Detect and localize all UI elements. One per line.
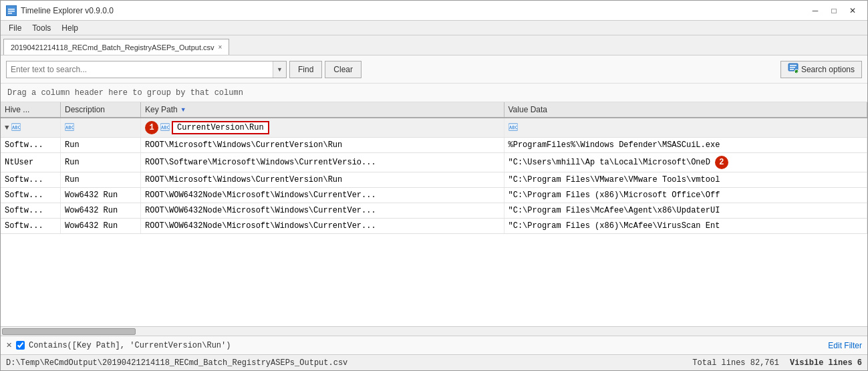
search-options-button[interactable]: ✓ Search options	[780, 61, 862, 78]
table-row[interactable]: Softw... Run ROOT\Microsoft\Windows\Curr…	[1, 138, 867, 153]
status-bar: D:\Temp\ReCmdOutput\20190421214118_RECmd…	[1, 354, 867, 370]
svg-text:ABC: ABC	[12, 125, 21, 130]
filter-indicator: ▼	[5, 124, 9, 132]
tab-bar: 20190421214118_RECmd_Batch_RegistryASEPs…	[1, 35, 867, 55]
tab-close-button[interactable]: ×	[219, 43, 223, 51]
table-body: Softw... Run ROOT\Microsoft\Windows\Curr…	[1, 138, 867, 326]
filter-expression: Contains([Key Path], 'CurrentVersion\Run…	[29, 341, 231, 350]
cell-desc-2: Run	[61, 172, 141, 187]
cell-hive-5: Softw...	[1, 219, 61, 233]
cell-keypath-1: ROOT\Software\Microsoft\Windows\CurrentV…	[141, 153, 504, 172]
window-controls: ─ □ ✕	[806, 4, 862, 17]
search-input[interactable]	[7, 64, 273, 76]
filter-cell-desc: ABC	[61, 118, 141, 137]
col-header-valuedata[interactable]: Value Data	[504, 102, 868, 117]
badge-1: 1	[145, 121, 158, 134]
data-table: Hive ... Description Key Path ▼ Value Da…	[1, 102, 867, 326]
cell-value-4: "C:\Program Files\McAfee\Agent\x86\Updat…	[504, 203, 868, 218]
col-header-keypath[interactable]: Key Path ▼	[141, 102, 504, 117]
close-button[interactable]: ✕	[843, 4, 862, 17]
clear-button[interactable]: Clear	[325, 61, 361, 78]
cell-desc-5: Wow6432 Run	[61, 219, 141, 233]
hive-filter-icon: ABC	[11, 123, 21, 133]
cell-hive-4: Softw...	[1, 203, 61, 218]
cell-value-5: "C:\Program Files (x86)\McAfee\VirusScan…	[504, 219, 868, 233]
cell-hive-1: NtUser	[1, 153, 61, 172]
cell-desc-0: Run	[61, 138, 141, 152]
maximize-button[interactable]: □	[825, 4, 843, 17]
main-window: Timeline Explorer v0.9.0.0 ─ □ ✕ File To…	[0, 0, 868, 371]
filter-checkbox[interactable]	[16, 341, 25, 350]
cell-keypath-5: ROOT\WOW6432Node\Microsoft\Windows\Curre…	[141, 219, 504, 233]
cell-keypath-3: ROOT\WOW6432Node\Microsoft\Windows\Curre…	[141, 188, 504, 203]
cell-value-3: "C:\Program Files (x86)\Microsoft Office…	[504, 188, 868, 203]
keypath-filter-icon: ABC	[160, 123, 170, 133]
table-row[interactable]: Softw... Wow6432 Run ROOT\WOW6432Node\Mi…	[1, 188, 867, 203]
scrollbar-thumb[interactable]	[2, 328, 136, 335]
badge-2: 2	[715, 156, 728, 169]
file-tab[interactable]: 20190421214118_RECmd_Batch_RegistryASEPs…	[3, 39, 229, 55]
svg-rect-3	[8, 13, 12, 14]
app-icon	[6, 5, 17, 16]
title-bar: Timeline Explorer v0.9.0.0 ─ □ ✕	[1, 1, 867, 21]
menu-tools[interactable]: Tools	[27, 22, 56, 34]
col-keypath-label: Key Path	[145, 105, 178, 114]
col-value-label: Value Data	[509, 105, 547, 114]
cell-hive-3: Softw...	[1, 188, 61, 203]
svg-rect-5	[790, 65, 797, 66]
menu-file[interactable]: File	[3, 22, 27, 34]
cell-keypath-0: ROOT\Microsoft\Windows\CurrentVersion\Ru…	[141, 138, 504, 152]
cell-keypath-4: ROOT\WOW6432Node\Microsoft\Windows\Curre…	[141, 203, 504, 218]
cell-hive-2: Softw...	[1, 172, 61, 187]
cell-desc-4: Wow6432 Run	[61, 203, 141, 218]
menu-help[interactable]: Help	[56, 22, 84, 34]
filter-cell-value: ABC	[504, 118, 868, 137]
value-filter-icon: ABC	[509, 123, 518, 133]
table-row[interactable]: Softw... Run ROOT\Microsoft\Windows\Curr…	[1, 172, 867, 188]
edit-filter-button[interactable]: Edit Filter	[828, 341, 862, 350]
minimize-button[interactable]: ─	[806, 4, 825, 17]
col-header-description[interactable]: Description	[61, 102, 141, 117]
sort-arrow-icon: ▼	[180, 106, 186, 113]
cell-hive-0: Softw...	[1, 138, 61, 152]
cell-desc-1: Run	[61, 153, 141, 172]
table-row[interactable]: Softw... Wow6432 Run ROOT\WOW6432Node\Mi…	[1, 219, 867, 234]
col-hive-label: Hive ...	[5, 105, 29, 114]
status-right: Total lines 82,761 Visible lines 6	[692, 358, 862, 368]
filter-row: ▼ ABC ABC 1 ABC CurrentVersion\Run ABC	[1, 118, 867, 138]
table-row[interactable]: NtUser Run ROOT\Software\Microsoft\Windo…	[1, 153, 867, 172]
title-bar-left: Timeline Explorer v0.9.0.0	[6, 5, 114, 16]
svg-rect-1	[8, 9, 15, 10]
filter-cell-hive: ▼ ABC	[1, 118, 61, 137]
search-options-icon: ✓	[788, 63, 799, 76]
svg-rect-2	[8, 11, 15, 12]
svg-text:✓: ✓	[795, 70, 798, 74]
cell-value-1: "C:\Users\mhill\Ap ta\Local\Microsoft\On…	[504, 153, 868, 172]
window-title: Timeline Explorer v0.9.0.0	[21, 6, 114, 15]
keypath-filter-value[interactable]: CurrentVersion\Run	[172, 121, 269, 134]
svg-rect-6	[790, 67, 795, 68]
cell-value-2: "C:\Program Files\VMware\VMware Tools\vm…	[504, 172, 868, 187]
table-row[interactable]: Softw... Wow6432 Run ROOT\WOW6432Node\Mi…	[1, 203, 867, 219]
search-dropdown-button[interactable]: ▼	[273, 61, 286, 78]
cell-keypath-2: ROOT\Microsoft\Windows\CurrentVersion\Ru…	[141, 172, 504, 187]
find-button[interactable]: Find	[289, 61, 322, 78]
table-header: Hive ... Description Key Path ▼ Value Da…	[1, 102, 867, 118]
visible-lines-label: Visible lines 6	[790, 358, 862, 368]
col-header-hive[interactable]: Hive ...	[1, 102, 61, 117]
svg-text:ABC: ABC	[65, 125, 74, 130]
desc-filter-icon: ABC	[65, 123, 74, 133]
horizontal-scrollbar[interactable]	[1, 326, 867, 336]
svg-text:ABC: ABC	[509, 125, 518, 130]
filepath-label: D:\Temp\ReCmdOutput\20190421214118_RECmd…	[6, 358, 347, 368]
search-bar: ▼ Find Clear ✓ Search options	[1, 55, 867, 84]
search-options-label: Search options	[801, 65, 855, 74]
filter-close-icon[interactable]: ✕	[6, 341, 12, 350]
filter-cell-keypath: 1 ABC CurrentVersion\Run	[141, 118, 504, 137]
menu-bar: File Tools Help	[1, 21, 867, 35]
total-lines-label: Total lines 82,761	[692, 358, 779, 368]
svg-text:ABC: ABC	[161, 125, 170, 130]
cell-desc-3: Wow6432 Run	[61, 188, 141, 203]
col-desc-label: Description	[65, 105, 105, 114]
filter-bar: ✕ Contains([Key Path], 'CurrentVersion\R…	[1, 336, 867, 354]
